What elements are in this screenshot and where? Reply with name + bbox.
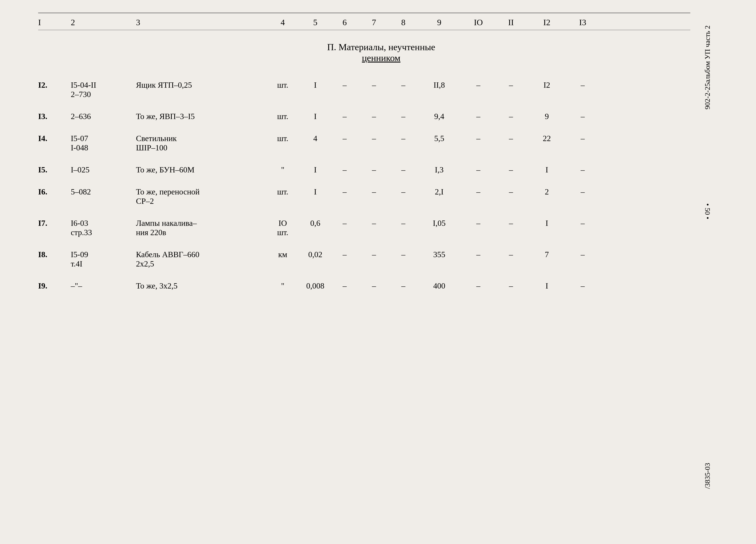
- row-c12: I: [527, 218, 566, 228]
- row-num: I3.: [38, 112, 71, 121]
- row-c12: I: [527, 165, 566, 174]
- row-c6: –: [332, 281, 358, 290]
- data-rows: I2. I5-04-II 2–730 Ящик ЯТП–0,25 шт. I –…: [38, 74, 690, 297]
- row-code: 2–636: [71, 112, 136, 121]
- row-name: Ящик ЯТП–0,25: [136, 80, 267, 90]
- row-c8: –: [390, 281, 416, 290]
- row-c11: –: [495, 134, 527, 143]
- row-unit: км: [266, 250, 299, 259]
- row-unit: ": [266, 281, 299, 290]
- row-c12: 2: [527, 187, 566, 196]
- row-c12: 9: [527, 112, 566, 121]
- row-unit: шт.: [266, 134, 299, 143]
- row-c7: –: [358, 80, 390, 90]
- row-c11: –: [495, 250, 527, 259]
- row-unit: шт.: [266, 112, 299, 121]
- row-c5: I: [299, 112, 332, 121]
- row-c9: 9,4: [416, 112, 462, 121]
- row-c13: –: [566, 165, 599, 174]
- row-num: I8.: [38, 250, 71, 259]
- col-header-6: 6: [332, 17, 358, 27]
- row-c13: –: [566, 281, 599, 290]
- col-header-7: 7: [358, 17, 390, 27]
- table-row: I4. I5-07 I-048 Светильник ШIP–100 шт. 4…: [38, 127, 690, 159]
- row-code: 5–082: [71, 187, 136, 196]
- row-c9: II,8: [416, 80, 462, 90]
- row-code: I6-03 стр.33: [71, 218, 136, 237]
- row-num: I5.: [38, 165, 71, 174]
- row-num: I9.: [38, 281, 71, 290]
- row-unit: шт.: [266, 187, 299, 196]
- row-num: I2.: [38, 80, 71, 90]
- row-c11: –: [495, 281, 527, 290]
- row-name: То же, 3х2,5: [136, 281, 267, 290]
- row-c13: –: [566, 187, 599, 196]
- row-c7: –: [358, 112, 390, 121]
- row-c6: –: [332, 218, 358, 228]
- row-num: I4.: [38, 134, 71, 143]
- row-c6: –: [332, 165, 358, 174]
- col-header-3: 3: [136, 17, 267, 27]
- row-num: I6.: [38, 187, 71, 196]
- row-c9: 400: [416, 281, 462, 290]
- row-c8: –: [390, 187, 416, 196]
- row-c5: 0,008: [299, 281, 332, 290]
- row-c13: –: [566, 250, 599, 259]
- row-c9: I,05: [416, 218, 462, 228]
- row-c11: –: [495, 187, 527, 196]
- row-c7: –: [358, 134, 390, 143]
- row-code: I–025: [71, 165, 136, 174]
- column-headers-row: I 2 3 4 5 6 7 8 9 IO II I2 I3: [38, 13, 690, 30]
- row-c5: 0,02: [299, 250, 332, 259]
- table-row: I9. –"– То же, 3х2,5 " 0,008 – – – 400 –…: [38, 275, 690, 297]
- col-header-8: 8: [390, 17, 416, 27]
- col-header-5: 5: [299, 17, 332, 27]
- row-c11: –: [495, 112, 527, 121]
- row-code: I5-09 т.4I: [71, 250, 136, 268]
- row-c8: –: [390, 250, 416, 259]
- row-c5: 4: [299, 134, 332, 143]
- table-row: I2. I5-04-II 2–730 Ящик ЯТП–0,25 шт. I –…: [38, 74, 690, 105]
- row-c12: 22: [527, 134, 566, 143]
- row-c7: –: [358, 165, 390, 174]
- row-c10: –: [462, 134, 495, 143]
- row-code: I5-07 I-048: [71, 134, 136, 152]
- row-c5: I: [299, 80, 332, 90]
- side-label-mid: • 50 •: [703, 203, 712, 219]
- row-c10: –: [462, 218, 495, 228]
- col-header-11: II: [495, 17, 527, 27]
- row-c8: –: [390, 218, 416, 228]
- row-code: I5-04-II 2–730: [71, 80, 136, 99]
- row-c9: I,3: [416, 165, 462, 174]
- row-c9: 2,I: [416, 187, 462, 196]
- row-c8: –: [390, 165, 416, 174]
- col-header-2: 2: [71, 17, 136, 27]
- row-c5: I: [299, 165, 332, 174]
- col-header-10: IO: [462, 17, 495, 27]
- row-c7: –: [358, 250, 390, 259]
- row-name: Лампы накалива– ния 220в: [136, 218, 267, 237]
- row-c10: –: [462, 187, 495, 196]
- row-c10: –: [462, 250, 495, 259]
- row-c10: –: [462, 112, 495, 121]
- row-c10: –: [462, 80, 495, 90]
- row-c11: –: [495, 218, 527, 228]
- row-c11: –: [495, 165, 527, 174]
- col-header-1: I: [38, 17, 71, 27]
- table-row: I5. I–025 То же, БУН–60М " I – – – I,3 –…: [38, 159, 690, 181]
- row-c8: –: [390, 112, 416, 121]
- row-c13: –: [566, 80, 599, 90]
- row-c10: –: [462, 281, 495, 290]
- row-name: То же, БУН–60М: [136, 165, 267, 174]
- row-c8: –: [390, 80, 416, 90]
- row-c6: –: [332, 80, 358, 90]
- row-c13: –: [566, 134, 599, 143]
- row-c10: –: [462, 165, 495, 174]
- row-name: Кабель АВВГ–660 2х2,5: [136, 250, 267, 268]
- section-title: П. Материалы, неучтенные ценником: [72, 42, 690, 63]
- row-c12: 7: [527, 250, 566, 259]
- row-c6: –: [332, 112, 358, 121]
- row-name: То же, ЯВП–3–I5: [136, 112, 267, 121]
- table-row: I7. I6-03 стр.33 Лампы накалива– ния 220…: [38, 212, 690, 243]
- row-code: –"–: [71, 281, 136, 290]
